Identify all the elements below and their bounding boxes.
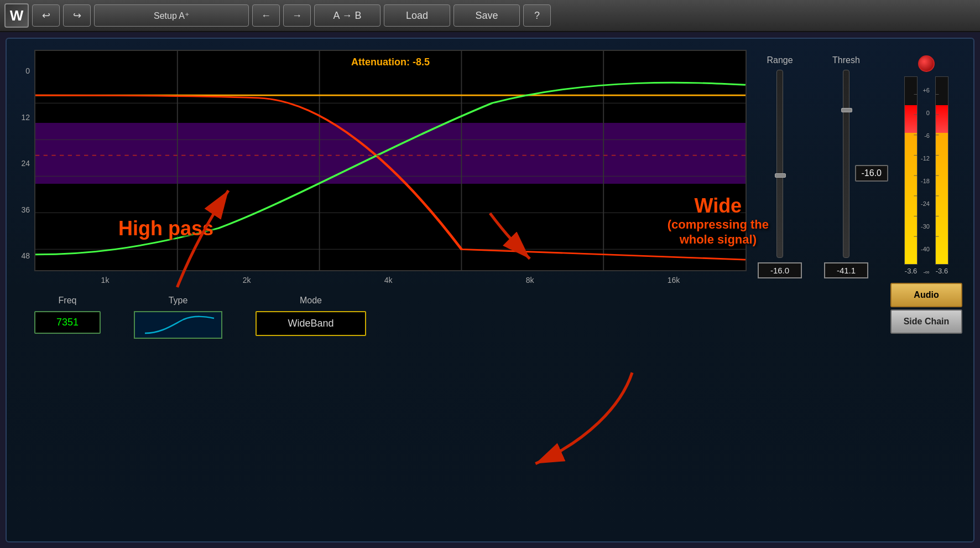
range-value: -16.0 [758,262,802,278]
waves-logo: W [4,3,29,28]
x-label-2k: 2k [243,276,251,285]
freq-label: Freq [59,296,77,306]
type-control: Type [134,296,222,339]
y-label-12: 12 [18,113,30,122]
meter-section: -3.6 +6 0 -6 -12 -18 -24 -30 -40 -∞ [890,55,962,334]
undo-button[interactable]: ↩ [32,4,60,27]
audio-button[interactable]: Audio [890,283,962,307]
meter-knob[interactable] [918,55,935,72]
ab-button[interactable]: A → B [314,4,380,27]
meter-bars: -3.6 +6 0 -6 -12 -18 -24 -30 -40 -∞ [904,76,948,275]
eq-display-wrapper: 0 12 24 36 48 Attenuation: -8.5 [18,50,747,271]
save-button[interactable]: Save [453,4,520,27]
thresh-slider-group: Thresh -16.0 -41.1 [824,55,868,278]
x-label-4k: 4k [384,276,393,285]
plugin-area: 0 12 24 36 48 Attenuation: -8.5 [6,38,974,542]
right-panel: Range -16.0 Thresh -16.0 -4 [758,50,962,530]
type-label: Type [169,296,188,306]
range-label: Range [767,55,793,65]
freq-input[interactable] [34,311,101,334]
mode-control: Mode WideBand [256,296,366,336]
prev-button[interactable]: ← [252,4,280,27]
sidechain-button[interactable]: Side Chain [890,309,962,334]
y-axis: 0 12 24 36 48 [18,50,34,271]
y-label-24: 24 [18,159,30,168]
type-display[interactable] [134,311,222,339]
meter-right-track [935,76,948,265]
next-button[interactable]: → [283,4,311,27]
sliders-row: Range -16.0 Thresh -16.0 -4 [758,50,962,334]
redo-button[interactable]: ↪ [63,4,91,27]
freq-control: Freq [34,296,101,334]
range-slider-group: Range -16.0 [758,55,802,278]
toolbar: W ↩ ↪ Setup A⁺ ← → A → B Load Save ? [0,0,980,32]
thresh-value-box: -16.0 [855,165,888,182]
mode-display[interactable]: WideBand [256,311,366,336]
meter-left-track [904,76,918,265]
thresh-slider[interactable] [843,70,849,258]
attenuation-label: Attenuation: -8.5 [351,56,430,68]
x-label-1k: 1k [101,276,110,285]
thresh-label: Thresh [832,55,860,65]
mode-buttons: Audio Side Chain [890,283,962,334]
eq-controls: Freq Type Mode WideBand [18,285,747,339]
eq-section: 0 12 24 36 48 Attenuation: -8.5 [18,50,747,530]
eq-canvas[interactable]: Attenuation: -8.5 [34,50,747,271]
setup-button[interactable]: Setup A⁺ [94,4,249,27]
meter-right-value: -3.6 [936,267,948,275]
y-label-48: 48 [18,251,30,260]
load-button[interactable]: Load [384,4,450,27]
mode-label: Mode [300,296,322,306]
range-slider[interactable] [776,70,783,258]
eq-graph [35,51,746,270]
x-label-16k: 16k [668,276,680,285]
y-label-0: 0 [18,66,30,75]
x-label-8k: 8k [526,276,534,285]
y-label-36: 36 [18,205,30,214]
meter-left-value: -3.6 [905,267,917,275]
db-scale: +6 0 -6 -12 -18 -24 -30 -40 -∞ [921,87,932,275]
x-axis: 1k 2k 4k 8k 16k [18,271,747,285]
thresh-value-bottom: -41.1 [824,262,868,278]
help-button[interactable]: ? [523,4,551,27]
